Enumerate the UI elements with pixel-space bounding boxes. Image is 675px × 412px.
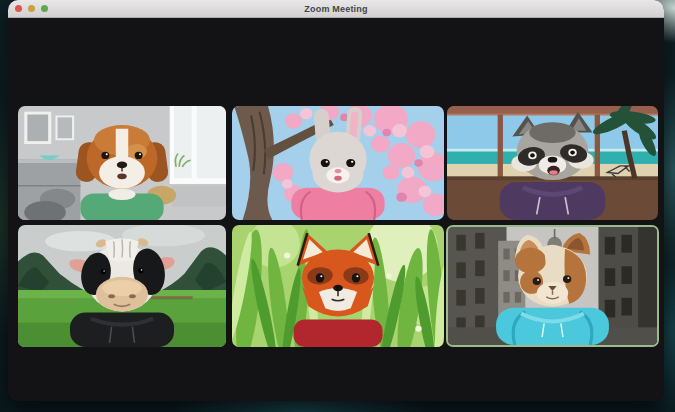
- fox-avatar: [293, 233, 382, 347]
- window-titlebar[interactable]: Zoom Meeting: [8, 0, 664, 18]
- video-tile-rabbit[interactable]: [232, 106, 444, 220]
- video-tile-dog[interactable]: [18, 106, 226, 220]
- video-tile-fox[interactable]: [232, 225, 444, 347]
- window-title: Zoom Meeting: [8, 4, 664, 14]
- video-tile-cat[interactable]: [446, 225, 659, 347]
- zoom-meeting-window: Zoom Meeting: [8, 0, 664, 401]
- video-tile-cow[interactable]: [18, 225, 226, 347]
- meeting-canvas: [8, 18, 664, 401]
- video-tile-raccoon[interactable]: [447, 106, 658, 220]
